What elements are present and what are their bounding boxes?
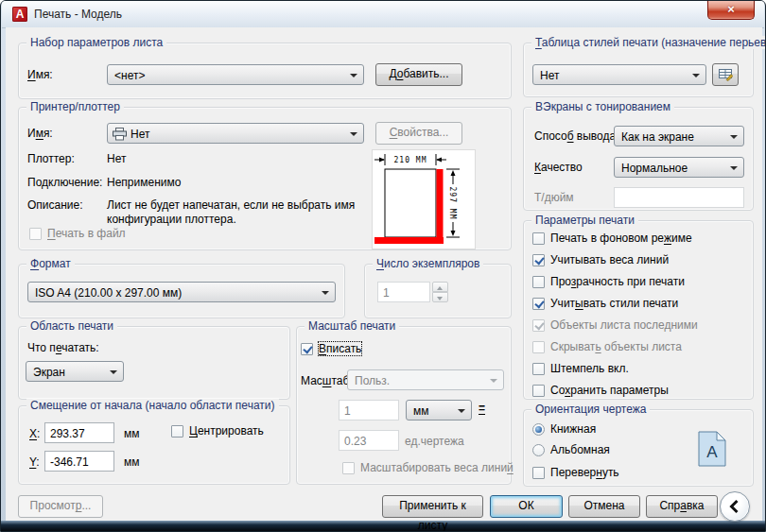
option-plot-transparency[interactable]: Прозрачность при печати <box>532 275 698 288</box>
what-to-plot-label: Что печатать: <box>27 341 99 354</box>
fit-to-paper-checkbox[interactable]: Вписать <box>301 342 361 355</box>
group-plot-offset-title: Смещение от начала (начало области печат… <box>26 399 279 412</box>
plot-area-value: Экран <box>33 366 65 379</box>
center-plot-checkbox[interactable]: Центрировать <box>171 424 264 438</box>
autocad-icon: A <box>12 7 27 22</box>
quality-value: Нормальное <box>621 162 688 175</box>
help-button[interactable]: Справка <box>646 495 718 518</box>
titlebar[interactable]: A Печать - Модель × <box>2 1 764 28</box>
close-button[interactable]: × <box>707 1 755 20</box>
paper-preview-diagram: 210 MM 297 MM <box>372 149 476 249</box>
edit-plot-style-icon <box>718 67 733 81</box>
checkbox-box <box>532 298 545 310</box>
checkbox-box <box>532 276 545 288</box>
group-plot-scale-title: Масштаб печати <box>305 319 399 333</box>
scale-units-input: 1 <box>339 400 399 420</box>
option-plot-in-background[interactable]: Печать в фоновом режиме <box>532 232 698 245</box>
scale-lineweights-checkbox: Масштабировать веса линий <box>342 461 514 474</box>
dropdown-arrow-icon <box>350 132 357 136</box>
shade-plot-label: Способ вывода <box>534 129 616 143</box>
equals-sign: = <box>479 403 485 415</box>
printable-area-bottom-bar <box>374 237 444 244</box>
checkbox-box <box>342 462 355 474</box>
checkbox-box <box>171 425 183 438</box>
plot-dialog: A Печать - Модель × Набор параметров лис… <box>0 0 766 532</box>
option-save-changes[interactable]: Сохранить параметры <box>532 384 698 397</box>
checkbox-box <box>532 363 545 375</box>
plot-upside-down-label: Перевернуть <box>550 466 619 479</box>
paper-size-combobox[interactable]: ISO A4 (210.00 x 297.00 мм) <box>27 282 336 302</box>
printable-area-right-bar <box>437 169 444 244</box>
dropdown-arrow-icon <box>350 74 357 77</box>
drawing-units-input: 0.23 <box>339 430 399 451</box>
dropdown-arrow-icon <box>458 409 465 413</box>
page-setup-name-combobox[interactable]: <нет> <box>107 64 364 85</box>
option-paperspace-last: Объекты листа последними <box>532 318 698 332</box>
paper-preview-drawing: 210 MM 297 MM <box>373 150 475 249</box>
paper-height-label: 297 MM <box>448 187 457 220</box>
paper-size-value: ISO A4 (210.00 x 297.00 мм) <box>35 286 182 300</box>
scale-value: Польз. <box>355 374 390 387</box>
copies-spinner <box>432 282 448 302</box>
window-title: Печать - Модель <box>34 8 122 21</box>
svg-text:A: A <box>706 443 718 461</box>
option-plot-stamp[interactable]: Штемпель вкл. <box>532 362 698 375</box>
portrait-page-icon: A <box>698 431 726 467</box>
copies-input: 1 <box>377 282 430 302</box>
printer-icon <box>113 128 127 141</box>
group-orientation-title: Ориентация чертежа <box>531 403 650 416</box>
add-pagesetup-button[interactable]: Добавить... <box>375 63 462 86</box>
radio-circle <box>532 423 545 436</box>
dropdown-arrow-icon <box>110 370 117 374</box>
apply-to-layout-button[interactable]: Применить к листу <box>382 495 483 518</box>
dpi-input <box>614 187 744 208</box>
group-plot-offset: Смещение от начала (начало области печат… <box>18 405 290 485</box>
spinner-down-icon <box>432 292 448 302</box>
spinner-up-icon <box>432 282 448 292</box>
scale-label: Масштаб: <box>301 374 353 387</box>
dropdown-arrow-icon <box>692 74 700 77</box>
plot-upside-down-checkbox[interactable]: Перевернуть <box>532 466 619 479</box>
offset-x-input[interactable]: 293.37 <box>44 422 114 443</box>
checkbox-box <box>532 467 545 479</box>
plot-style-combobox[interactable]: Нет <box>532 64 706 85</box>
offset-y-label: Y: <box>29 455 40 469</box>
cancel-button[interactable]: Отмена <box>568 495 640 518</box>
quality-combobox[interactable]: Нормальное <box>614 157 744 178</box>
fit-to-paper-label: Вписать <box>319 342 361 355</box>
group-copies-title: Число экземпляров <box>373 257 483 270</box>
scale-unit-combobox[interactable]: мм <box>406 400 472 420</box>
shade-plot-combobox[interactable]: Как на экране <box>614 126 744 146</box>
plot-area-combobox[interactable]: Экран <box>26 361 124 382</box>
checkbox-box <box>532 341 545 353</box>
option-plot-with-plot-styles[interactable]: Учитывать стили печати <box>532 297 698 310</box>
orientation-landscape-radio[interactable]: Альбомная <box>532 443 610 456</box>
printer-name-combobox[interactable]: Нет <box>107 123 364 144</box>
drawing-units-label: ед.чертежа <box>405 435 464 448</box>
orientation-portrait-label: Книжная <box>550 422 596 436</box>
shade-plot-value: Как на экране <box>621 130 694 144</box>
plotter-label: Плоттер: <box>27 152 75 165</box>
paper-width-label: 210 MM <box>394 156 427 164</box>
checkbox-box <box>29 228 42 240</box>
group-paper-size-title: Формат <box>26 257 75 270</box>
scale-unit-value: мм <box>413 404 429 418</box>
ok-button[interactable]: ОК <box>490 495 563 518</box>
offset-y-input[interactable]: -346.71 <box>44 451 114 472</box>
checkbox-box <box>532 232 545 245</box>
option-plot-lineweights[interactable]: Учитывать веса линий <box>532 253 698 266</box>
offset-x-label: X: <box>29 427 40 440</box>
scale-lineweights-label: Масштабировать веса линий <box>360 461 514 474</box>
plot-options-list: Печать в фоновом режиме Учитывать веса л… <box>532 232 698 397</box>
edit-plot-style-button[interactable] <box>712 63 739 86</box>
group-plot-options-title: Параметры печати <box>531 214 638 227</box>
dpi-label: Т/дюйм <box>534 191 574 204</box>
orientation-portrait-radio[interactable]: Книжная <box>532 422 596 436</box>
option-hide-paperspace-objects: Скрывать объекты листа <box>532 340 698 353</box>
printer-properties-button: Свойства... <box>375 122 462 145</box>
connection-label: Подключение: <box>27 176 102 189</box>
less-options-button[interactable] <box>720 491 750 522</box>
group-plot-area-title: Область печати <box>26 319 117 333</box>
dropdown-arrow-icon <box>730 135 738 139</box>
offset-y-unit: мм <box>124 455 140 469</box>
